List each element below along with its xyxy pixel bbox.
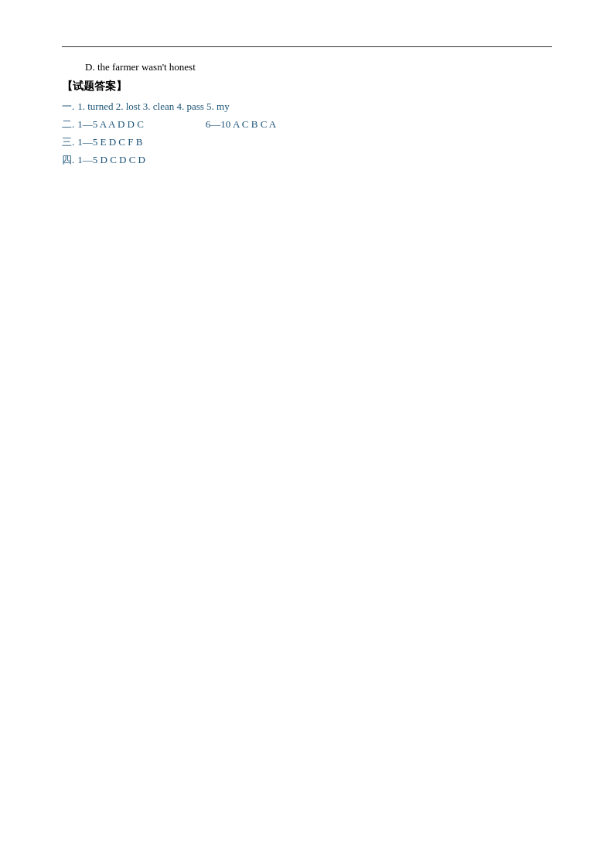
row-content-er: 1—5 A A D D C	[77, 118, 144, 131]
top-divider	[62, 46, 552, 47]
option-d-line: D. the farmer wasn't honest	[85, 61, 552, 73]
row-content-er-right: 6—10 A C B C A	[206, 118, 276, 131]
row-label-yi: 一.	[62, 100, 74, 114]
row-content-si: 1—5 D C D C D	[77, 154, 145, 166]
row-label-er: 二.	[62, 117, 74, 131]
row-label-si: 四.	[62, 153, 74, 167]
answer-row-yi: 一. 1. turned 2. lost 3. clean 4. pass 5.…	[62, 100, 552, 114]
answer-row-er: 二. 1—5 A A D D C 6—10 A C B C A	[62, 117, 552, 131]
answer-row-san: 三. 1—5 E D C F B	[62, 135, 552, 149]
option-d-text: the farmer wasn't honest	[97, 61, 196, 73]
option-d-label: D.	[85, 61, 95, 73]
answer-header-text: 【试题答案】	[62, 80, 127, 92]
answer-row-si: 四. 1—5 D C D C D	[62, 153, 552, 167]
row-label-san: 三.	[62, 135, 74, 149]
row-content-yi: 1. turned 2. lost 3. clean 4. pass 5. my	[77, 100, 229, 113]
row-content-san: 1—5 E D C F B	[77, 136, 142, 148]
answer-header: 【试题答案】	[62, 80, 552, 94]
page: D. the farmer wasn't honest 【试题答案】 一. 1.…	[0, 0, 614, 868]
